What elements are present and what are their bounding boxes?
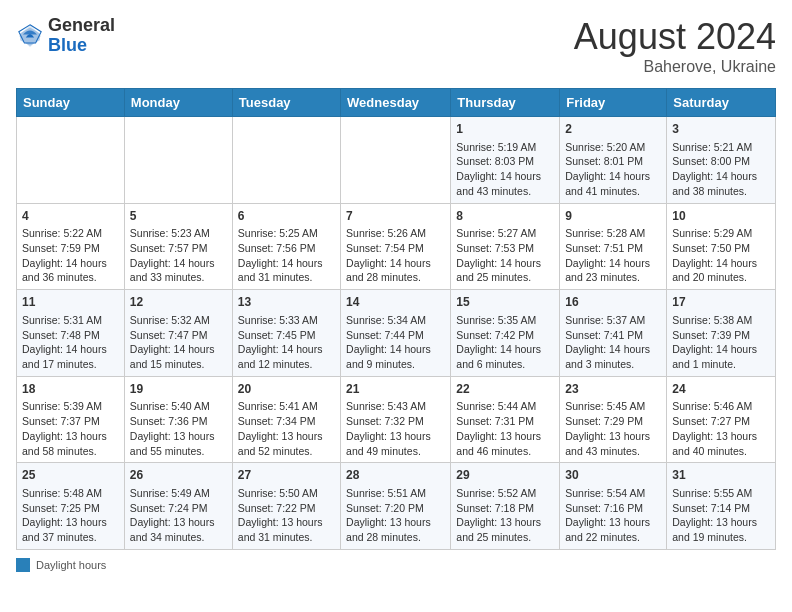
sunset: Sunset: 7:24 PM [130, 502, 208, 514]
col-header-wednesday: Wednesday [341, 89, 451, 117]
calendar-cell: 10 Sunrise: 5:29 AM Sunset: 7:50 PM Dayl… [667, 203, 776, 290]
sunset: Sunset: 7:22 PM [238, 502, 316, 514]
calendar-week-2: 4 Sunrise: 5:22 AM Sunset: 7:59 PM Dayli… [17, 203, 776, 290]
day-number: 24 [672, 381, 770, 398]
sunrise: Sunrise: 5:25 AM [238, 227, 318, 239]
calendar-cell: 17 Sunrise: 5:38 AM Sunset: 7:39 PM Dayl… [667, 290, 776, 377]
title-block: August 2024 Baherove, Ukraine [574, 16, 776, 76]
sunset: Sunset: 7:47 PM [130, 329, 208, 341]
col-header-sunday: Sunday [17, 89, 125, 117]
sunrise: Sunrise: 5:52 AM [456, 487, 536, 499]
sunrise: Sunrise: 5:29 AM [672, 227, 752, 239]
page-header: General Blue August 2024 Baherove, Ukrai… [16, 16, 776, 76]
sunrise: Sunrise: 5:34 AM [346, 314, 426, 326]
daylight: Daylight: 14 hours and 3 minutes. [565, 343, 650, 370]
calendar-cell: 15 Sunrise: 5:35 AM Sunset: 7:42 PM Dayl… [451, 290, 560, 377]
calendar-cell: 6 Sunrise: 5:25 AM Sunset: 7:56 PM Dayli… [232, 203, 340, 290]
sunset: Sunset: 7:59 PM [22, 242, 100, 254]
sunrise: Sunrise: 5:23 AM [130, 227, 210, 239]
day-number: 26 [130, 467, 227, 484]
calendar-cell: 21 Sunrise: 5:43 AM Sunset: 7:32 PM Dayl… [341, 376, 451, 463]
sunrise: Sunrise: 5:33 AM [238, 314, 318, 326]
daylight: Daylight: 13 hours and 34 minutes. [130, 516, 215, 543]
day-number: 1 [456, 121, 554, 138]
daylight: Daylight: 14 hours and 20 minutes. [672, 257, 757, 284]
day-number: 30 [565, 467, 661, 484]
day-number: 23 [565, 381, 661, 398]
calendar-cell: 31 Sunrise: 5:55 AM Sunset: 7:14 PM Dayl… [667, 463, 776, 550]
col-header-friday: Friday [560, 89, 667, 117]
legend-color-box [16, 558, 30, 572]
calendar-cell: 19 Sunrise: 5:40 AM Sunset: 7:36 PM Dayl… [124, 376, 232, 463]
col-header-saturday: Saturday [667, 89, 776, 117]
sunrise: Sunrise: 5:26 AM [346, 227, 426, 239]
calendar-cell: 14 Sunrise: 5:34 AM Sunset: 7:44 PM Dayl… [341, 290, 451, 377]
day-number: 2 [565, 121, 661, 138]
calendar-cell: 5 Sunrise: 5:23 AM Sunset: 7:57 PM Dayli… [124, 203, 232, 290]
daylight: Daylight: 13 hours and 25 minutes. [456, 516, 541, 543]
daylight: Daylight: 14 hours and 1 minute. [672, 343, 757, 370]
sunset: Sunset: 7:50 PM [672, 242, 750, 254]
day-number: 28 [346, 467, 445, 484]
sunrise: Sunrise: 5:44 AM [456, 400, 536, 412]
day-number: 3 [672, 121, 770, 138]
daylight: Daylight: 14 hours and 36 minutes. [22, 257, 107, 284]
day-number: 31 [672, 467, 770, 484]
sunset: Sunset: 7:53 PM [456, 242, 534, 254]
day-number: 19 [130, 381, 227, 398]
month-year: August 2024 [574, 16, 776, 58]
sunset: Sunset: 7:16 PM [565, 502, 643, 514]
calendar-cell: 4 Sunrise: 5:22 AM Sunset: 7:59 PM Dayli… [17, 203, 125, 290]
daylight: Daylight: 13 hours and 46 minutes. [456, 430, 541, 457]
daylight: Daylight: 13 hours and 40 minutes. [672, 430, 757, 457]
calendar-cell: 26 Sunrise: 5:49 AM Sunset: 7:24 PM Dayl… [124, 463, 232, 550]
logo-text: General Blue [48, 16, 115, 56]
day-number: 17 [672, 294, 770, 311]
sunset: Sunset: 7:44 PM [346, 329, 424, 341]
sunset: Sunset: 8:03 PM [456, 155, 534, 167]
sunrise: Sunrise: 5:51 AM [346, 487, 426, 499]
sunrise: Sunrise: 5:37 AM [565, 314, 645, 326]
calendar-cell [341, 117, 451, 204]
day-number: 10 [672, 208, 770, 225]
calendar-cell: 3 Sunrise: 5:21 AM Sunset: 8:00 PM Dayli… [667, 117, 776, 204]
day-number: 5 [130, 208, 227, 225]
sunrise: Sunrise: 5:28 AM [565, 227, 645, 239]
day-number: 15 [456, 294, 554, 311]
sunset: Sunset: 7:20 PM [346, 502, 424, 514]
sunset: Sunset: 7:18 PM [456, 502, 534, 514]
daylight: Daylight: 13 hours and 19 minutes. [672, 516, 757, 543]
daylight: Daylight: 13 hours and 49 minutes. [346, 430, 431, 457]
calendar-cell: 25 Sunrise: 5:48 AM Sunset: 7:25 PM Dayl… [17, 463, 125, 550]
calendar-header: SundayMondayTuesdayWednesdayThursdayFrid… [17, 89, 776, 117]
sunset: Sunset: 7:48 PM [22, 329, 100, 341]
sunrise: Sunrise: 5:38 AM [672, 314, 752, 326]
col-header-tuesday: Tuesday [232, 89, 340, 117]
calendar-week-1: 1 Sunrise: 5:19 AM Sunset: 8:03 PM Dayli… [17, 117, 776, 204]
daylight: Daylight: 13 hours and 55 minutes. [130, 430, 215, 457]
sunrise: Sunrise: 5:50 AM [238, 487, 318, 499]
calendar-cell: 30 Sunrise: 5:54 AM Sunset: 7:16 PM Dayl… [560, 463, 667, 550]
daylight: Daylight: 13 hours and 31 minutes. [238, 516, 323, 543]
daylight: Daylight: 13 hours and 28 minutes. [346, 516, 431, 543]
calendar-cell [17, 117, 125, 204]
day-number: 29 [456, 467, 554, 484]
calendar-week-4: 18 Sunrise: 5:39 AM Sunset: 7:37 PM Dayl… [17, 376, 776, 463]
day-number: 7 [346, 208, 445, 225]
sunrise: Sunrise: 5:19 AM [456, 141, 536, 153]
daylight: Daylight: 13 hours and 52 minutes. [238, 430, 323, 457]
calendar-cell: 22 Sunrise: 5:44 AM Sunset: 7:31 PM Dayl… [451, 376, 560, 463]
col-header-thursday: Thursday [451, 89, 560, 117]
calendar-cell: 8 Sunrise: 5:27 AM Sunset: 7:53 PM Dayli… [451, 203, 560, 290]
sunrise: Sunrise: 5:39 AM [22, 400, 102, 412]
day-number: 27 [238, 467, 335, 484]
sunset: Sunset: 7:57 PM [130, 242, 208, 254]
daylight: Daylight: 13 hours and 58 minutes. [22, 430, 107, 457]
sunset: Sunset: 7:27 PM [672, 415, 750, 427]
day-number: 13 [238, 294, 335, 311]
daylight: Daylight: 14 hours and 41 minutes. [565, 170, 650, 197]
daylight: Daylight: 14 hours and 17 minutes. [22, 343, 107, 370]
sunset: Sunset: 7:34 PM [238, 415, 316, 427]
daylight: Daylight: 14 hours and 23 minutes. [565, 257, 650, 284]
sunset: Sunset: 7:37 PM [22, 415, 100, 427]
